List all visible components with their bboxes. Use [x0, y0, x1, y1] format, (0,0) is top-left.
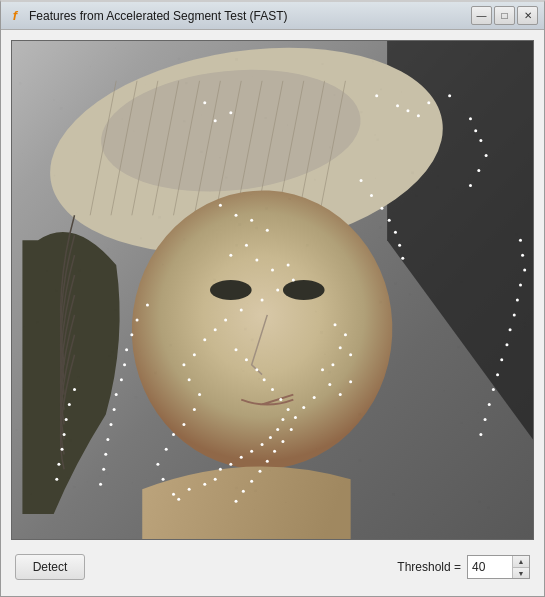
spinner: ▲ ▼	[512, 556, 529, 578]
image-canvas	[12, 41, 533, 539]
bottom-bar: Detect Threshold = ▲ ▼	[11, 548, 534, 586]
close-button[interactable]: ✕	[517, 6, 538, 25]
image-display	[11, 40, 534, 540]
minimize-button[interactable]: —	[471, 6, 492, 25]
threshold-input-wrapper: ▲ ▼	[467, 555, 530, 579]
app-icon: f	[7, 8, 23, 24]
main-window: f Features from Accelerated Segment Test…	[0, 0, 545, 597]
window-controls: — □ ✕	[471, 6, 538, 25]
spin-down-button[interactable]: ▼	[513, 567, 529, 578]
window-title: Features from Accelerated Segment Test (…	[29, 9, 471, 23]
detect-button[interactable]: Detect	[15, 554, 85, 580]
restore-button[interactable]: □	[494, 6, 515, 25]
threshold-input[interactable]	[468, 556, 512, 578]
content-area: Detect Threshold = ▲ ▼	[1, 30, 544, 596]
title-bar: f Features from Accelerated Segment Test…	[1, 2, 544, 30]
threshold-label: Threshold =	[397, 560, 461, 574]
spin-up-button[interactable]: ▲	[513, 556, 529, 567]
threshold-control: Threshold = ▲ ▼	[397, 555, 530, 579]
